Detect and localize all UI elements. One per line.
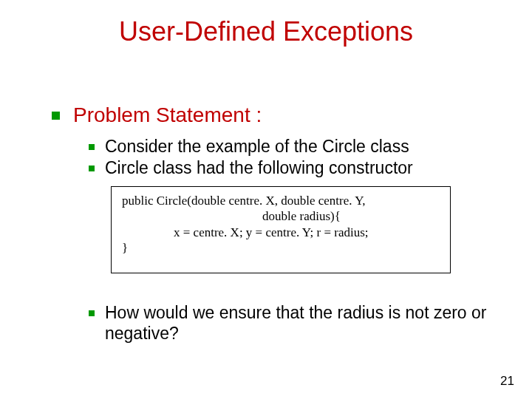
slide: User-Defined Exceptions Problem Statemen… xyxy=(0,0,532,399)
list-item: How would we ensure that the radius is n… xyxy=(89,303,502,344)
followup-question: How would we ensure that the radius is n… xyxy=(89,303,502,344)
list-item-text: Consider the example of the Circle class xyxy=(105,137,409,157)
list-item: Circle class had the following construct… xyxy=(89,158,413,179)
square-bullet-icon xyxy=(89,310,95,316)
code-line: public Circle(double centre. X, double c… xyxy=(122,193,440,208)
heading-text: Problem Statement : xyxy=(73,103,262,127)
square-bullet-icon xyxy=(89,166,95,171)
list-item-text: Circle class had the following construct… xyxy=(105,158,413,179)
code-line: } xyxy=(122,240,440,256)
list-item: Consider the example of the Circle class xyxy=(89,137,413,157)
slide-title: User-Defined Exceptions xyxy=(0,0,532,55)
problem-statement-heading: Problem Statement : xyxy=(52,103,262,127)
list-item-text: How would we ensure that the radius is n… xyxy=(105,303,502,344)
bullet-list: Consider the example of the Circle class… xyxy=(89,137,413,179)
code-box: public Circle(double centre. X, double c… xyxy=(111,186,451,273)
code-line: double radius){ xyxy=(122,208,440,224)
page-number: 21 xyxy=(500,374,514,389)
square-bullet-icon xyxy=(89,144,95,150)
code-line: x = centre. X; y = centre. Y; r = radius… xyxy=(122,225,440,240)
square-bullet-icon xyxy=(52,112,60,120)
